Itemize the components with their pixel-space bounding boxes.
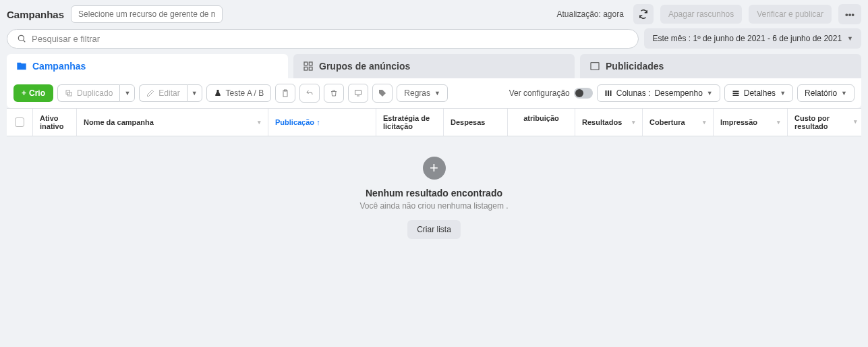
svg-rect-17: [732, 95, 739, 97]
col-publication[interactable]: Publicação ↑: [268, 109, 376, 136]
details-button[interactable]: Detalhes ▼: [724, 84, 793, 102]
update-label: Atualização: agora: [556, 9, 623, 19]
create-label: Crio: [29, 88, 45, 98]
edit-button[interactable]: Editar: [139, 84, 186, 102]
rules-label: Regras: [404, 88, 430, 98]
tabs-row: Campanhas Grupos de anúncios Publicidade…: [0, 54, 868, 78]
select-all-checkbox[interactable]: [15, 117, 24, 127]
test-ab-label: Teste A / B: [226, 88, 264, 98]
clipboard-icon: [281, 89, 289, 97]
svg-rect-11: [355, 90, 361, 95]
chevron-down-icon: ▼: [434, 90, 440, 97]
col-coverage[interactable]: Cobertura ▾: [642, 109, 713, 136]
search-input[interactable]: [32, 34, 629, 44]
resource-input[interactable]: [71, 5, 223, 23]
search-row: Este mês : 1º de junho de 2021 - 6 de ju…: [0, 28, 868, 54]
rules-button[interactable]: Regras ▼: [397, 84, 448, 102]
svg-rect-13: [608, 90, 609, 96]
duplicate-dropdown[interactable]: ▼: [119, 84, 135, 102]
svg-rect-5: [309, 67, 312, 70]
table-header: Ativo inativo Nome da campanha ▾ Publica…: [7, 108, 861, 136]
tab-campaigns[interactable]: Campanhas: [7, 54, 288, 78]
grid-icon: [303, 61, 314, 72]
report-button[interactable]: Relatório ▼: [797, 84, 855, 102]
svg-point-0: [18, 35, 24, 41]
chevron-down-icon: ▼: [780, 90, 786, 97]
report-label: Relatório: [805, 88, 837, 98]
view-config[interactable]: Ver configuração: [509, 88, 593, 99]
plus-icon: +: [22, 88, 26, 98]
search-container[interactable]: [7, 29, 639, 49]
col-campaign-name[interactable]: Nome da campanha ▾: [76, 109, 268, 136]
ad-icon: [589, 61, 600, 72]
page-title: Campanhas: [7, 9, 64, 20]
tag-button[interactable]: [372, 84, 393, 103]
svg-rect-16: [732, 93, 739, 95]
undo-button[interactable]: [299, 84, 320, 103]
refresh-button[interactable]: [633, 4, 654, 24]
create-list-button[interactable]: Criar lista: [407, 220, 461, 239]
verify-publish-button[interactable]: Verificar e publicar: [749, 5, 832, 24]
duplicate-button[interactable]: Duplicado: [57, 84, 119, 102]
chevron-down-icon: ▼: [841, 90, 847, 97]
sort-icon: ▾: [854, 119, 857, 126]
columns-prefix: Colunas :: [616, 88, 651, 98]
delete-button[interactable]: [324, 84, 344, 103]
chevron-down-icon: ▼: [124, 90, 130, 97]
test-ab-button[interactable]: Teste A / B: [206, 84, 272, 102]
edit-group: Editar ▼: [139, 84, 202, 102]
delete-drafts-button[interactable]: Apagar rascunhos: [660, 5, 742, 24]
copy-icon: [65, 89, 73, 97]
duplicate-group: Duplicado ▼: [57, 84, 135, 102]
svg-rect-2: [304, 62, 308, 65]
sort-icon: ▾: [632, 119, 635, 126]
date-range-selector[interactable]: Este mês : 1º de junho de 2021 - 6 de ju…: [644, 28, 861, 49]
resource-select[interactable]: [71, 5, 223, 23]
col-attribution[interactable]: atribuição: [507, 109, 575, 136]
sort-icon: ▾: [258, 119, 261, 126]
create-button[interactable]: + Crio: [13, 84, 53, 102]
svg-rect-15: [732, 91, 739, 92]
tag-icon: [378, 89, 386, 97]
view-config-toggle[interactable]: [574, 88, 593, 99]
clipboard-button[interactable]: [275, 84, 295, 103]
col-impression[interactable]: Impressão ▾: [713, 109, 787, 136]
more-icon: •••: [845, 9, 855, 20]
select-all-col[interactable]: [7, 109, 32, 136]
export-button[interactable]: [348, 84, 368, 103]
export-icon: [353, 89, 363, 97]
col-expenses[interactable]: Despesas: [443, 109, 507, 136]
col-results[interactable]: Resultados ▾: [575, 109, 642, 136]
svg-line-1: [23, 40, 25, 42]
pencil-icon: [146, 89, 154, 97]
tab-adgroups-label: Grupos de anúncios: [319, 61, 410, 72]
plus-circle-icon: +: [423, 157, 446, 180]
trash-icon: [330, 89, 338, 97]
refresh-icon: [639, 9, 648, 19]
tab-ads[interactable]: Publicidades: [580, 54, 861, 78]
columns-icon: [604, 89, 612, 97]
tab-adgroups[interactable]: Grupos de anúncios: [293, 54, 575, 78]
col-cost-per-result[interactable]: Custo por resultado ▾: [787, 109, 861, 136]
flask-icon: [214, 89, 222, 97]
more-menu-button[interactable]: •••: [838, 4, 861, 24]
columns-value: Desempenho: [654, 88, 702, 98]
folder-icon: [16, 61, 27, 72]
details-label: Detalhes: [744, 88, 776, 98]
tab-campaigns-label: Campanhas: [32, 61, 86, 72]
edit-dropdown[interactable]: ▼: [187, 84, 202, 102]
svg-rect-12: [605, 90, 606, 96]
search-icon: [17, 34, 26, 43]
top-header: Campanhas Atualização: agora Apagar rasc…: [0, 0, 868, 28]
columns-button[interactable]: Colunas : Desempenho ▼: [597, 84, 720, 102]
undo-icon: [306, 89, 314, 97]
view-config-label: Ver configuração: [509, 88, 570, 98]
duplicate-label: Duplicado: [77, 88, 113, 98]
chevron-down-icon: ▼: [192, 90, 198, 97]
col-bid-strategy[interactable]: Estratégia de licitação: [376, 109, 443, 136]
sort-icon: ▾: [777, 119, 780, 126]
col-active[interactable]: Ativo inativo: [32, 109, 76, 136]
svg-rect-4: [304, 67, 308, 70]
chevron-down-icon: ▼: [707, 90, 713, 97]
toolbar: + Crio Duplicado ▼ Editar ▼ Teste A / B: [7, 78, 861, 108]
